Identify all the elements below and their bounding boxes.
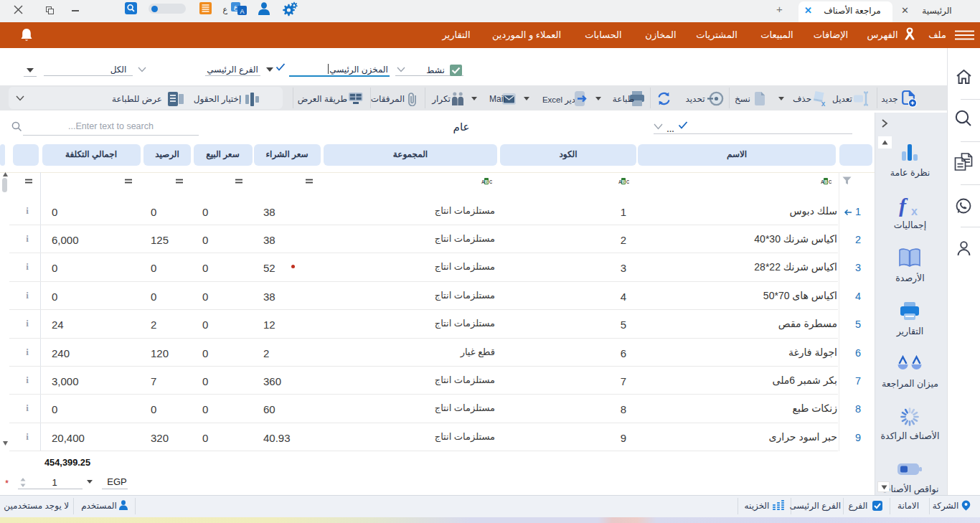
svg-text:x: x — [911, 205, 918, 217]
svg-text:C: C — [489, 179, 492, 184]
svg-text:C: C — [626, 179, 629, 184]
svg-text:B: B — [485, 179, 489, 184]
svg-text:f: f — [899, 195, 908, 217]
svg-text:B: B — [824, 179, 828, 184]
svg-text:ع: ع — [234, 4, 238, 11]
svg-text:C: C — [829, 179, 831, 184]
svg-text:x: x — [821, 100, 826, 107]
svg-text:B: B — [622, 179, 626, 184]
svg-text:A: A — [240, 8, 244, 15]
